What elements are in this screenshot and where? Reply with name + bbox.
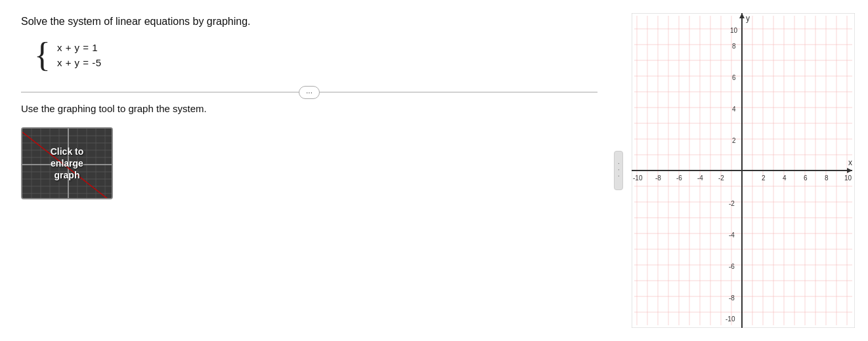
graph-area: x y -10 -8 -6 -4 -2 2 4 6 8 10 10 8 xyxy=(632,13,855,328)
svg-text:-2: -2 xyxy=(718,174,724,182)
main-container: Solve the system of linear equations by … xyxy=(0,0,868,341)
equation-system: { x + y = 1 x + y = -5 xyxy=(34,38,597,72)
brace-symbol: { xyxy=(34,38,51,72)
svg-text:10: 10 xyxy=(730,27,738,34)
svg-text:-10: -10 xyxy=(633,174,643,182)
problem-title: Solve the system of linear equations by … xyxy=(21,16,597,28)
equation-2: x + y = -5 xyxy=(57,57,102,68)
collapse-handle[interactable]: · · · xyxy=(614,151,623,190)
svg-text:2: 2 xyxy=(732,137,736,144)
enlarge-graph-button[interactable]: Click toenlargegraph xyxy=(21,127,113,199)
divider-row: ··· xyxy=(21,92,597,92)
collapse-dots-icon: · · · xyxy=(615,163,622,178)
y-axis-label: y xyxy=(746,14,750,23)
svg-text:4: 4 xyxy=(783,174,787,182)
svg-text:8: 8 xyxy=(732,43,736,50)
x-axis-label: x xyxy=(848,158,852,167)
left-panel: Solve the system of linear equations by … xyxy=(0,0,618,341)
svg-text:6: 6 xyxy=(804,174,808,182)
thumbnail-svg xyxy=(22,129,113,199)
svg-text:-8: -8 xyxy=(729,294,735,302)
svg-text:-8: -8 xyxy=(655,174,661,182)
equations-list: x + y = 1 x + y = -5 xyxy=(57,42,102,68)
svg-text:6: 6 xyxy=(732,74,736,81)
equation-1: x + y = 1 xyxy=(57,42,102,53)
svg-text:8: 8 xyxy=(825,174,829,182)
coordinate-grid-svg[interactable]: x y -10 -8 -6 -4 -2 2 4 6 8 10 10 8 xyxy=(632,13,855,328)
right-panel: · · · xyxy=(618,0,868,341)
svg-text:4: 4 xyxy=(732,106,736,113)
svg-rect-0 xyxy=(22,129,113,199)
svg-text:-4: -4 xyxy=(729,231,735,239)
svg-text:-2: -2 xyxy=(729,200,735,207)
svg-text:-6: -6 xyxy=(729,263,735,270)
svg-text:10: 10 xyxy=(844,174,852,182)
instruction-text: Use the graphing tool to graph the syste… xyxy=(21,103,597,114)
svg-text:-4: -4 xyxy=(697,174,703,182)
more-options-button[interactable]: ··· xyxy=(299,86,320,99)
svg-text:-10: -10 xyxy=(726,315,735,323)
svg-text:-6: -6 xyxy=(676,174,682,182)
svg-text:2: 2 xyxy=(762,174,766,182)
